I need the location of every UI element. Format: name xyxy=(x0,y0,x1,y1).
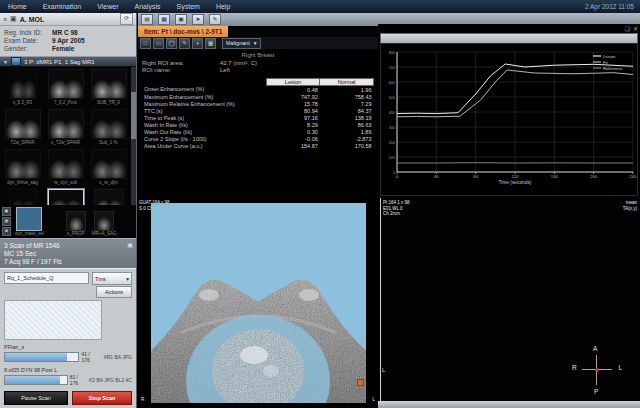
roi-tool-icon-2[interactable]: ◯ xyxy=(166,38,177,49)
stats-value-2: 170.58 xyxy=(320,142,374,149)
seed-point-marker[interactable] xyxy=(357,379,364,386)
patient-info-row: Reg. Indx ID:MR C 98 xyxy=(4,29,132,36)
thumbnail-image xyxy=(5,149,41,179)
selected-mask-thumbnail[interactable] xyxy=(16,207,42,231)
mini-thumbnail[interactable]: s_PROP xyxy=(66,211,86,236)
series-thumbnail[interactable]: s_5,3_R3 xyxy=(2,69,43,109)
pause-scan-button[interactable]: Pause Scan xyxy=(4,391,68,405)
menu-item-analysis[interactable]: Analysis xyxy=(133,3,163,10)
roi-tool-icon-3[interactable]: ✎ xyxy=(179,38,190,49)
toolbar-icon-3[interactable]: ➤ xyxy=(192,14,204,25)
chevron-down-icon: ▾ xyxy=(126,276,129,282)
toolbar-icon-2[interactable]: ▣ xyxy=(175,14,187,25)
thumbnail-image xyxy=(91,149,127,179)
stats-value-1: 97.16 xyxy=(266,114,320,121)
thumbnail-caption: Sub_1 % xyxy=(99,140,117,145)
queue-listbox[interactable] xyxy=(4,300,102,340)
refresh-button[interactable]: ⟳ xyxy=(120,13,133,25)
patient-info-value: 9 Apr 2005 xyxy=(52,37,85,44)
stats-info-label: Right ROI area: xyxy=(142,60,220,66)
stats-value-1: 0.30 xyxy=(266,128,320,135)
thumbnail-image xyxy=(9,69,37,99)
toolbar-icon-0[interactable]: ▤ xyxy=(141,14,153,25)
mini-tool-icon-1[interactable]: ▦ xyxy=(2,217,11,226)
series-thumbnail[interactable]: s_re_dyn xyxy=(88,149,129,189)
toolbar-icon-1[interactable]: ▦ xyxy=(158,14,170,25)
menu-item-viewer[interactable]: Viewer xyxy=(95,3,120,10)
mini-thumbnail-image xyxy=(94,211,114,231)
stop-scan-button[interactable]: Stop Scan xyxy=(72,391,132,405)
viewer-overlay-topleft: GUAT 164 x 98 S 0 Ch xyxy=(139,200,170,211)
compass-right-label: R xyxy=(572,364,577,371)
roi-tool-icon-4[interactable]: ⌖ xyxy=(192,38,203,49)
svg-text:200: 200 xyxy=(590,174,598,179)
scrollbar-thumb[interactable] xyxy=(131,92,136,139)
roi-tool-icon-5[interactable]: ▦ xyxy=(205,38,216,49)
svg-text:100: 100 xyxy=(389,156,395,160)
svg-text:80: 80 xyxy=(473,174,478,179)
svg-text:0: 0 xyxy=(393,171,395,175)
image-viewer-sagittal[interactable]: Pt 164 1 x 98 E01 WL 0 Ch 2mm mean TA(x,… xyxy=(378,198,640,401)
orientation-letter-l-edge: L xyxy=(382,368,385,374)
thumbnail-scrollbar[interactable] xyxy=(131,67,136,205)
stats-info-value: 42.7 (mm², C) xyxy=(220,60,257,66)
progress-label: 9 of25 DYN 98 Post L xyxy=(4,367,132,373)
transfer-dropdown[interactable]: Trns ▾ xyxy=(92,272,132,285)
axial-mri-image[interactable] xyxy=(151,203,366,403)
series-icon xyxy=(11,57,21,66)
compass-center-dot xyxy=(595,368,599,372)
menu-item-home[interactable]: Home xyxy=(6,3,29,10)
classification-dropdown[interactable]: Malignant▾ xyxy=(222,38,261,49)
menu-item-help[interactable]: Help xyxy=(214,3,232,10)
roi-tool-icon-1[interactable]: ▭ xyxy=(153,38,164,49)
clock-display: 2 Apr 2012 11:05 xyxy=(585,3,634,10)
menu-icon[interactable]: ≡ xyxy=(3,16,7,23)
thumbnail-caption: s_T2w_SPAIR xyxy=(51,140,80,145)
mini-tool-icon-0[interactable]: ▣ xyxy=(2,207,11,216)
stats-value-1: 747.92 xyxy=(266,93,320,100)
chart-svg: 0100200300400500600700800040801201602002… xyxy=(381,44,639,196)
series-thumbnail[interactable]: dyn_thrive_sag xyxy=(2,149,43,189)
series-thumbnail[interactable]: SUB_TR_3 xyxy=(88,69,129,109)
address-path[interactable]: Item: Pt \ doc-mvs \ 2-9T1 xyxy=(138,26,228,37)
series-thumbnail[interactable]: re_dyn_sub xyxy=(45,149,86,189)
series-thumbnail[interactable]: s_T2w_SPAIR xyxy=(45,109,86,149)
patient-info-value: Female xyxy=(52,45,74,52)
scan-info-line1: 3 Scan of MR 1546 xyxy=(4,242,132,249)
progress-bar xyxy=(4,375,68,385)
table-row: Time to Peak (s)97.16138.19 xyxy=(142,114,374,121)
roi-tool-icon-0[interactable]: □ xyxy=(140,38,151,49)
stats-column-header[interactable]: Normal xyxy=(320,79,374,86)
mini-thumbnail-image xyxy=(66,211,86,231)
thumbnail-image xyxy=(48,69,84,99)
stats-value-2: 758.43 xyxy=(320,93,374,100)
close-icon[interactable]: ✕ xyxy=(633,25,638,32)
menu-item-examination[interactable]: Examination xyxy=(41,3,84,10)
queue-input[interactable] xyxy=(4,272,89,284)
series-selector[interactable]: ▼ 3 P: dMR1 P1, 1 Sag MR1 xyxy=(0,56,136,67)
stats-info: Right ROI area:42.7 (mm², C)ROI name:Lef… xyxy=(142,60,374,73)
stats-row-label: Maximum Relative Enhancement (%) xyxy=(142,100,266,107)
series-thumbnail[interactable]: 7_0,2_Post xyxy=(45,69,86,109)
table-row: Maximum Enhancement (%)747.92758.43 xyxy=(142,93,374,100)
menu-item-system[interactable]: System xyxy=(175,3,202,10)
stats-column-header[interactable]: Lesion xyxy=(266,79,320,86)
compass-posterior-label: P xyxy=(594,388,598,395)
stats-value-2: 84.37 xyxy=(320,107,374,114)
series-thumbnail[interactable]: T2w_SPAIR xyxy=(2,109,43,149)
svg-text:40: 40 xyxy=(434,174,439,179)
mini-tool-icon-2[interactable]: ✖ xyxy=(2,227,11,236)
progress-line: 81 / 176K2 BA JPG BL2 4C xyxy=(4,374,132,386)
mini-thumbnail[interactable]: MR+A_SAG xyxy=(92,211,117,236)
compass-left-label: L xyxy=(618,364,622,371)
actions-button[interactable]: Actions xyxy=(96,286,132,298)
stats-value-1: 0.48 xyxy=(266,86,320,94)
thumbnail-caption: 7_0,2_Post xyxy=(54,100,77,105)
image-viewer-axial[interactable]: GUAT 164 x 98 S 0 Ch xyxy=(138,198,378,408)
patient-header: ≡ ▣ A. MOL ⟳ xyxy=(0,13,136,26)
restore-window-icon[interactable]: ❏ xyxy=(625,25,630,32)
mini-thumbnail-caption: s_PROP xyxy=(67,231,85,236)
toolbar-icon-4[interactable]: ✎ xyxy=(209,14,221,25)
svg-text:500: 500 xyxy=(389,96,395,100)
series-thumbnail[interactable]: Sub_1 % xyxy=(88,109,129,149)
